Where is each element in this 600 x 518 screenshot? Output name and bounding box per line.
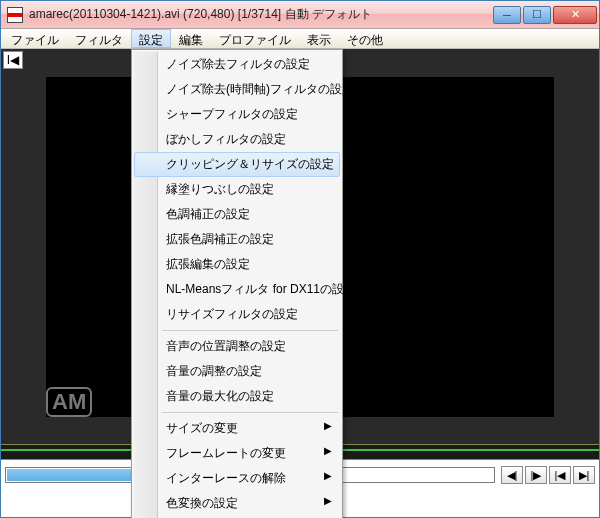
dropdown-item-label: 拡張編集の設定 [166, 257, 250, 271]
maximize-icon: ☐ [532, 8, 542, 21]
dropdown-item[interactable]: シャープフィルタの設定 [134, 102, 340, 127]
next-frame-button[interactable]: |▶ [525, 466, 547, 484]
dropdown-item[interactable]: ノイズ除去(時間軸)フィルタの設定 [134, 77, 340, 102]
dropdown-item[interactable]: NL-Meansフィルタ for DX11の設定 [134, 277, 340, 302]
dropdown-separator [162, 412, 338, 413]
submenu-arrow-icon: ▶ [324, 495, 332, 506]
dropdown-item[interactable]: リサイズフィルタの設定 [134, 302, 340, 327]
dropdown-item-label: フレームレートの変更 [166, 446, 286, 460]
minimize-icon: ─ [503, 9, 511, 21]
dropdown-item-label: サイズの変更 [166, 421, 238, 435]
submenu-arrow-icon: ▶ [324, 470, 332, 481]
close-icon: ✕ [571, 8, 580, 21]
first-frame-icon: |◀ [555, 469, 566, 482]
prev-frame-icon: ◀| [507, 469, 518, 482]
dropdown-item[interactable]: ノイズ除去フィルタの設定 [134, 52, 340, 77]
back-button[interactable]: I◀ [3, 51, 23, 69]
menu-edit[interactable]: 編集 [171, 29, 211, 48]
dropdown-item-label: ノイズ除去フィルタの設定 [166, 57, 310, 71]
dropdown-item-label: クリッピング＆リサイズの設定 [166, 157, 334, 171]
dropdown-item-label: 拡張色調補正の設定 [166, 232, 274, 246]
menubar: ファイル フィルタ 設定 編集 プロファイル 表示 その他 [1, 29, 599, 49]
dropdown-item-label: リサイズフィルタの設定 [166, 307, 298, 321]
back-icon: I◀ [7, 53, 19, 67]
last-frame-button[interactable]: ▶| [573, 466, 595, 484]
close-button[interactable]: ✕ [553, 6, 597, 24]
dropdown-item-label: 音量の最大化の設定 [166, 389, 274, 403]
dropdown-item-label: シャープフィルタの設定 [166, 107, 298, 121]
prev-frame-button[interactable]: ◀| [501, 466, 523, 484]
dropdown-item[interactable]: 音声の位置調整の設定 [134, 334, 340, 359]
dropdown-item-label: インターレースの解除 [166, 471, 286, 485]
dropdown-item-label: 音声の位置調整の設定 [166, 339, 286, 353]
submenu-arrow-icon: ▶ [324, 420, 332, 431]
dropdown-item[interactable]: 色変換の設定▶ [134, 491, 340, 516]
dropdown-item[interactable]: 音量の調整の設定 [134, 359, 340, 384]
menu-view[interactable]: 表示 [299, 29, 339, 48]
next-frame-icon: |▶ [531, 469, 542, 482]
dropdown-item[interactable]: クリッピング＆リサイズの設定 [134, 152, 340, 177]
dropdown-item[interactable]: サイズの変更▶ [134, 416, 340, 441]
menu-settings[interactable]: 設定 [131, 29, 171, 48]
dropdown-item[interactable]: 拡張色調補正の設定 [134, 227, 340, 252]
submenu-arrow-icon: ▶ [324, 445, 332, 456]
dropdown-item[interactable]: インターレースの解除▶ [134, 466, 340, 491]
app-icon [7, 7, 23, 23]
settings-dropdown: ノイズ除去フィルタの設定ノイズ除去(時間軸)フィルタの設定シャープフィルタの設定… [131, 49, 343, 518]
dropdown-separator [162, 330, 338, 331]
app-window: amarec(20110304-1421).avi (720,480) [1/3… [0, 0, 600, 518]
dropdown-item[interactable]: 縁塗りつぶしの設定 [134, 177, 340, 202]
window-title: amarec(20110304-1421).avi (720,480) [1/3… [29, 6, 493, 23]
menu-profile[interactable]: プロファイル [211, 29, 299, 48]
dropdown-item-label: ノイズ除去(時間軸)フィルタの設定 [166, 82, 354, 96]
last-frame-icon: ▶| [579, 469, 590, 482]
dropdown-item-label: NL-Meansフィルタ for DX11の設定 [166, 282, 356, 296]
dropdown-item-label: 音量の調整の設定 [166, 364, 262, 378]
dropdown-item-label: ぼかしフィルタの設定 [166, 132, 286, 146]
titlebar[interactable]: amarec(20110304-1421).avi (720,480) [1/3… [1, 1, 599, 29]
minimize-button[interactable]: ─ [493, 6, 521, 24]
dropdown-item-label: 色調補正の設定 [166, 207, 250, 221]
dropdown-item[interactable]: ぼかしフィルタの設定 [134, 127, 340, 152]
maximize-button[interactable]: ☐ [523, 6, 551, 24]
watermark: AM [46, 387, 92, 417]
dropdown-item-label: 縁塗りつぶしの設定 [166, 182, 274, 196]
first-frame-button[interactable]: |◀ [549, 466, 571, 484]
dropdown-item[interactable]: 拡張編集の設定 [134, 252, 340, 277]
dropdown-item[interactable]: 色調補正の設定 [134, 202, 340, 227]
menu-file[interactable]: ファイル [3, 29, 67, 48]
menu-other[interactable]: その他 [339, 29, 391, 48]
dropdown-item-label: 色変換の設定 [166, 496, 238, 510]
dropdown-item[interactable]: フレームレートの変更▶ [134, 441, 340, 466]
menu-filter[interactable]: フィルタ [67, 29, 131, 48]
dropdown-item[interactable]: 音量の最大化の設定 [134, 384, 340, 409]
